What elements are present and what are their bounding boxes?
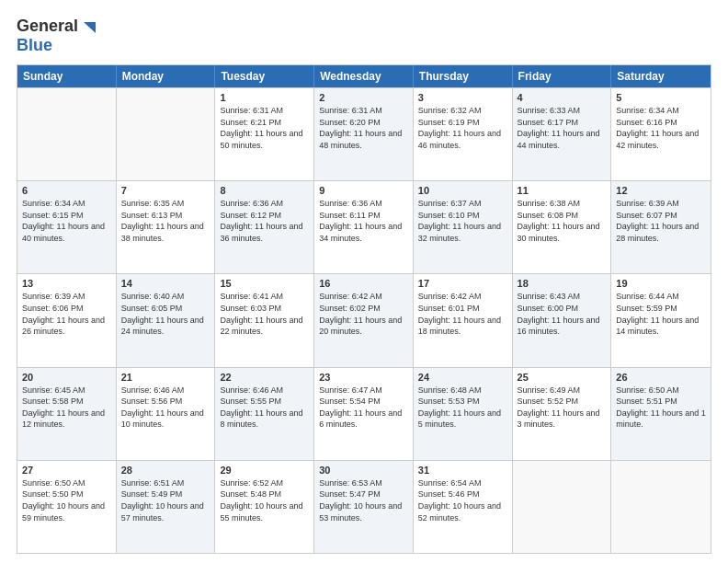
calendar-cell: 21Sunrise: 6:46 AM Sunset: 5:56 PM Dayli…	[117, 368, 216, 460]
day-number: 17	[418, 278, 507, 289]
cell-info: Sunrise: 6:43 AM Sunset: 6:00 PM Dayligh…	[518, 291, 607, 337]
calendar-cell: 3Sunrise: 6:32 AM Sunset: 6:19 PM Daylig…	[414, 88, 513, 180]
cell-info: Sunrise: 6:39 AM Sunset: 6:06 PM Dayligh…	[22, 291, 111, 337]
calendar-cell: 4Sunrise: 6:33 AM Sunset: 6:17 PM Daylig…	[513, 88, 612, 180]
cell-info: Sunrise: 6:50 AM Sunset: 5:51 PM Dayligh…	[616, 385, 706, 431]
calendar-row: 20Sunrise: 6:45 AM Sunset: 5:58 PM Dayli…	[17, 367, 711, 460]
calendar-cell: 18Sunrise: 6:43 AM Sunset: 6:00 PM Dayli…	[513, 274, 612, 366]
calendar-cell: 29Sunrise: 6:52 AM Sunset: 5:48 PM Dayli…	[215, 461, 314, 553]
weekday-header: Sunday	[17, 65, 117, 87]
calendar-cell: 19Sunrise: 6:44 AM Sunset: 5:59 PM Dayli…	[611, 274, 711, 366]
day-number: 23	[319, 372, 408, 383]
day-number: 16	[319, 278, 408, 289]
day-number: 28	[121, 465, 210, 476]
calendar-cell: 2Sunrise: 6:31 AM Sunset: 6:20 PM Daylig…	[314, 88, 414, 180]
cell-info: Sunrise: 6:46 AM Sunset: 5:55 PM Dayligh…	[220, 385, 309, 431]
cell-info: Sunrise: 6:44 AM Sunset: 5:59 PM Dayligh…	[616, 291, 706, 337]
calendar-cell: 28Sunrise: 6:51 AM Sunset: 5:49 PM Dayli…	[117, 461, 216, 553]
calendar-cell: 6Sunrise: 6:34 AM Sunset: 6:15 PM Daylig…	[17, 181, 117, 273]
calendar-cell	[117, 88, 216, 180]
weekday-header: Tuesday	[215, 65, 314, 87]
cell-info: Sunrise: 6:53 AM Sunset: 5:47 PM Dayligh…	[319, 477, 408, 523]
calendar-body: 1Sunrise: 6:31 AM Sunset: 6:21 PM Daylig…	[17, 87, 711, 553]
day-number: 2	[319, 92, 408, 103]
day-number: 27	[22, 465, 111, 476]
day-number: 12	[616, 185, 706, 196]
cell-info: Sunrise: 6:51 AM Sunset: 5:49 PM Dayligh…	[121, 477, 210, 523]
calendar-row: 27Sunrise: 6:50 AM Sunset: 5:50 PM Dayli…	[17, 460, 711, 553]
calendar-cell: 30Sunrise: 6:53 AM Sunset: 5:47 PM Dayli…	[314, 461, 414, 553]
day-number: 14	[121, 278, 210, 289]
day-number: 4	[518, 92, 607, 103]
calendar-cell: 11Sunrise: 6:38 AM Sunset: 6:08 PM Dayli…	[513, 181, 612, 273]
calendar-row: 6Sunrise: 6:34 AM Sunset: 6:15 PM Daylig…	[17, 180, 711, 273]
logo-general-text: General	[17, 17, 78, 36]
cell-info: Sunrise: 6:33 AM Sunset: 6:17 PM Dayligh…	[518, 105, 607, 151]
calendar-cell: 25Sunrise: 6:49 AM Sunset: 5:52 PM Dayli…	[513, 368, 612, 460]
cell-info: Sunrise: 6:42 AM Sunset: 6:01 PM Dayligh…	[418, 291, 507, 337]
calendar-cell: 13Sunrise: 6:39 AM Sunset: 6:06 PM Dayli…	[17, 274, 117, 366]
day-number: 10	[418, 185, 507, 196]
day-number: 9	[319, 185, 408, 196]
day-number: 21	[121, 372, 210, 383]
calendar-cell: 1Sunrise: 6:31 AM Sunset: 6:21 PM Daylig…	[215, 88, 314, 180]
logo-blue-text: Blue	[17, 36, 52, 55]
cell-info: Sunrise: 6:34 AM Sunset: 6:16 PM Dayligh…	[616, 105, 706, 151]
calendar-cell: 12Sunrise: 6:39 AM Sunset: 6:07 PM Dayli…	[611, 181, 711, 273]
calendar-cell	[611, 461, 711, 553]
cell-info: Sunrise: 6:37 AM Sunset: 6:10 PM Dayligh…	[418, 198, 507, 244]
day-number: 25	[518, 372, 607, 383]
calendar-header: SundayMondayTuesdayWednesdayThursdayFrid…	[17, 65, 711, 87]
cell-info: Sunrise: 6:32 AM Sunset: 6:19 PM Dayligh…	[418, 105, 507, 151]
cell-info: Sunrise: 6:54 AM Sunset: 5:46 PM Dayligh…	[418, 477, 507, 523]
header: General Blue	[17, 17, 711, 55]
cell-info: Sunrise: 6:36 AM Sunset: 6:12 PM Dayligh…	[220, 198, 309, 244]
calendar-cell: 8Sunrise: 6:36 AM Sunset: 6:12 PM Daylig…	[215, 181, 314, 273]
calendar-cell: 31Sunrise: 6:54 AM Sunset: 5:46 PM Dayli…	[414, 461, 513, 553]
cell-info: Sunrise: 6:31 AM Sunset: 6:20 PM Dayligh…	[319, 105, 408, 151]
cell-info: Sunrise: 6:46 AM Sunset: 5:56 PM Dayligh…	[121, 385, 210, 431]
cell-info: Sunrise: 6:47 AM Sunset: 5:54 PM Dayligh…	[319, 385, 408, 431]
calendar-row: 13Sunrise: 6:39 AM Sunset: 6:06 PM Dayli…	[17, 273, 711, 366]
day-number: 26	[616, 372, 706, 383]
day-number: 6	[22, 185, 111, 196]
calendar-cell: 20Sunrise: 6:45 AM Sunset: 5:58 PM Dayli…	[17, 368, 117, 460]
logo-triangle-icon	[79, 18, 96, 35]
weekday-header: Monday	[117, 65, 216, 87]
calendar-cell: 5Sunrise: 6:34 AM Sunset: 6:16 PM Daylig…	[611, 88, 711, 180]
day-number: 11	[518, 185, 607, 196]
day-number: 18	[518, 278, 607, 289]
day-number: 7	[121, 185, 210, 196]
weekday-header: Wednesday	[314, 65, 414, 87]
day-number: 3	[418, 92, 507, 103]
day-number: 15	[220, 278, 309, 289]
cell-info: Sunrise: 6:49 AM Sunset: 5:52 PM Dayligh…	[518, 385, 607, 431]
calendar-cell: 17Sunrise: 6:42 AM Sunset: 6:01 PM Dayli…	[414, 274, 513, 366]
cell-info: Sunrise: 6:41 AM Sunset: 6:03 PM Dayligh…	[220, 291, 309, 337]
cell-info: Sunrise: 6:42 AM Sunset: 6:02 PM Dayligh…	[319, 291, 408, 337]
cell-info: Sunrise: 6:34 AM Sunset: 6:15 PM Dayligh…	[22, 198, 111, 244]
calendar-cell: 10Sunrise: 6:37 AM Sunset: 6:10 PM Dayli…	[414, 181, 513, 273]
cell-info: Sunrise: 6:45 AM Sunset: 5:58 PM Dayligh…	[22, 385, 111, 431]
day-number: 20	[22, 372, 111, 383]
calendar-cell: 22Sunrise: 6:46 AM Sunset: 5:55 PM Dayli…	[215, 368, 314, 460]
svg-marker-0	[84, 22, 96, 33]
calendar: SundayMondayTuesdayWednesdayThursdayFrid…	[17, 64, 711, 554]
calendar-row: 1Sunrise: 6:31 AM Sunset: 6:21 PM Daylig…	[17, 87, 711, 180]
day-number: 22	[220, 372, 309, 383]
calendar-cell	[513, 461, 612, 553]
day-number: 8	[220, 185, 309, 196]
calendar-cell: 9Sunrise: 6:36 AM Sunset: 6:11 PM Daylig…	[314, 181, 414, 273]
cell-info: Sunrise: 6:36 AM Sunset: 6:11 PM Dayligh…	[319, 198, 408, 244]
logo: General Blue	[17, 17, 96, 55]
cell-info: Sunrise: 6:38 AM Sunset: 6:08 PM Dayligh…	[518, 198, 607, 244]
calendar-cell: 27Sunrise: 6:50 AM Sunset: 5:50 PM Dayli…	[17, 461, 117, 553]
weekday-header: Thursday	[414, 65, 513, 87]
day-number: 13	[22, 278, 111, 289]
day-number: 30	[319, 465, 408, 476]
day-number: 24	[418, 372, 507, 383]
calendar-cell: 23Sunrise: 6:47 AM Sunset: 5:54 PM Dayli…	[314, 368, 414, 460]
cell-info: Sunrise: 6:31 AM Sunset: 6:21 PM Dayligh…	[220, 105, 309, 151]
cell-info: Sunrise: 6:40 AM Sunset: 6:05 PM Dayligh…	[121, 291, 210, 337]
day-number: 29	[220, 465, 309, 476]
